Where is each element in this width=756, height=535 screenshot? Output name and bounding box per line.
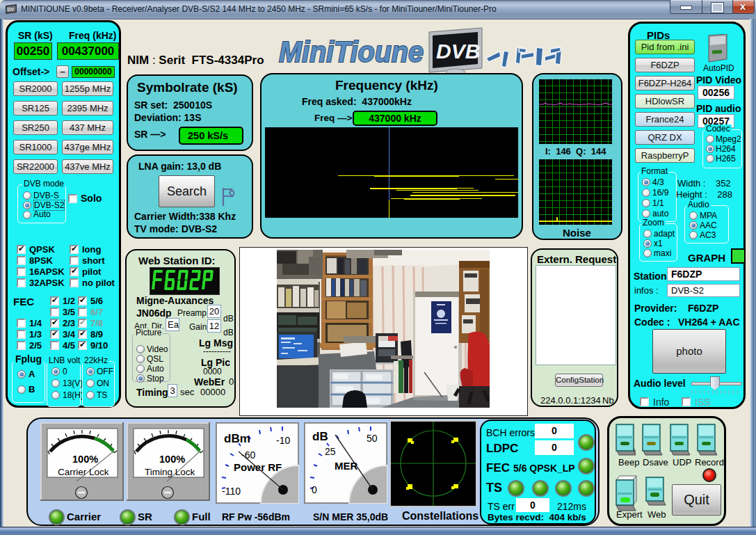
- svg-text:MiniTioune: MiniTioune: [279, 35, 424, 68]
- svg-text:-110: -110: [222, 486, 241, 497]
- svg-text:DVB: DVB: [436, 40, 480, 63]
- svg-text:dBm: dBm: [224, 432, 250, 445]
- svg-text:dB: dB: [312, 430, 328, 443]
- svg-text:Timing Lock: Timing Lock: [145, 467, 195, 477]
- svg-text:MER: MER: [335, 460, 358, 472]
- svg-text:0: 0: [312, 484, 317, 495]
- svg-text:50: 50: [367, 433, 378, 444]
- svg-text:-60: -60: [241, 449, 255, 461]
- svg-text:Carrier Lock: Carrier Lock: [58, 467, 109, 477]
- svg-text:100%: 100%: [72, 454, 98, 465]
- svg-text:25: 25: [325, 446, 336, 457]
- svg-text:-10: -10: [276, 435, 290, 446]
- svg-text:DV: DV: [8, 7, 15, 12]
- svg-text:100%: 100%: [159, 454, 185, 465]
- svg-text:Power RF: Power RF: [234, 461, 282, 473]
